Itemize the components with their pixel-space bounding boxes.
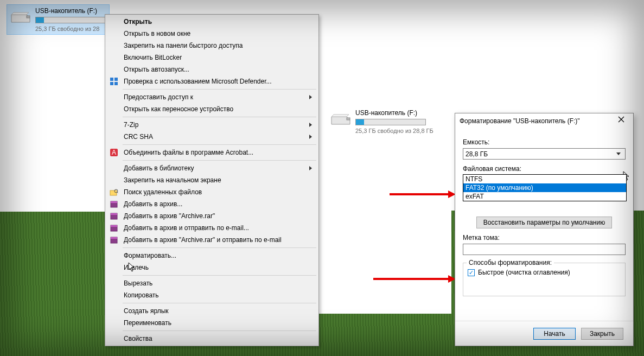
ctx-crc-sha[interactable]: CRC SHA [106, 131, 317, 143]
ctx-cut[interactable]: Вырезать [106, 277, 317, 289]
svg-rect-16 [111, 201, 117, 203]
ctx-label: Создать ярлык [124, 307, 169, 315]
drive-text: USB-накопитель (F:) 25,3 ГБ свободно из … [35, 7, 106, 32]
ctx-label: Закрепить на начальном экране [124, 176, 221, 184]
format-methods-group: Способы форматирования: ✓ Быстрое (очист… [463, 263, 626, 296]
ctx-label: 7-Zip [124, 121, 138, 129]
filesystem-label: Файловая система: [463, 165, 626, 173]
ctx-add-to-archive-rar[interactable]: Добавить в архив "Archive.rar" [106, 210, 317, 222]
dialog-titlebar: Форматирование "USB-накопитель (F:)" [455, 113, 633, 129]
ctx-archive-rar-email[interactable]: Добавить в архив "Archive.rar" и отправи… [106, 234, 317, 246]
close-button[interactable] [614, 115, 629, 127]
ctx-bitlocker[interactable]: Включить BitLocker [106, 52, 317, 63]
usb-drive-icon [10, 8, 31, 23]
ctx-open[interactable]: Открыть [106, 16, 317, 28]
svg-rect-7 [114, 78, 118, 81]
ctx-label: Объединить файлы в программе Acrobat... [124, 149, 253, 156]
button-label: Начать [544, 330, 565, 338]
close-dialog-button[interactable]: Закрыть [581, 328, 623, 340]
ctx-label: Копировать [124, 291, 159, 299]
quick-format-row[interactable]: ✓ Быстрое (очистка оглавления) [468, 269, 621, 276]
ctx-separator [123, 144, 316, 145]
restore-defaults-button[interactable]: Восстановить параметры по умолчанию [476, 217, 612, 228]
ctx-rename[interactable]: Переименовать [106, 317, 317, 329]
fs-option-ntfs[interactable]: NTFS [463, 175, 626, 183]
format-methods-label: Способы форматирования: [467, 259, 554, 266]
ctx-create-shortcut[interactable]: Создать ярлык [106, 305, 317, 317]
ctx-open-autoplay[interactable]: Открыть автозапуск... [106, 63, 317, 75]
svg-rect-20 [111, 225, 117, 227]
drive-capacity-fill [36, 17, 44, 23]
ctx-pin-quick-access[interactable]: Закрепить на панели быстрого доступа [106, 40, 317, 52]
dialog-body: Емкость: 28,8 ГБ Файловая система: FAT32… [455, 129, 633, 301]
svg-rect-5 [347, 118, 350, 120]
ctx-copy[interactable]: Копировать [106, 289, 317, 301]
fs-option-fat32[interactable]: FAT32 (по умолчанию) [463, 183, 626, 192]
ctx-open-portable[interactable]: Открыть как переносное устройство [106, 103, 317, 115]
ctx-label: Вырезать [124, 279, 152, 287]
ctx-label: Поиск удаленных файлов [124, 188, 202, 196]
button-label: Восстановить параметры по умолчанию [483, 219, 605, 226]
ctx-separator [123, 117, 316, 117]
ctx-search-deleted[interactable]: Поиск удаленных файлов [106, 186, 317, 198]
drive-text: USB-накопитель (F:) 25,3 ГБ свободно из … [355, 109, 433, 134]
ctx-label: Форматировать... [124, 252, 176, 259]
capacity-select[interactable]: 28,8 ГБ [463, 148, 626, 160]
quick-format-label: Быстрое (очистка оглавления) [478, 269, 570, 276]
ctx-eject[interactable]: Извлечь [106, 262, 317, 274]
button-label: Закрыть [590, 330, 615, 338]
defender-icon [110, 77, 118, 86]
volume-label-input[interactable] [463, 244, 626, 255]
ctx-properties[interactable]: Свойства [106, 333, 317, 345]
ctx-acrobat-combine[interactable]: A Объединить файлы в программе Acrobat..… [106, 147, 317, 158]
annotation-arrow-1 [390, 192, 456, 197]
drive-free-text: 25,3 ГБ свободно из 28 [35, 26, 106, 32]
ctx-separator [123, 330, 316, 331]
ctx-add-to-archive[interactable]: Добавить в архив... [106, 198, 317, 210]
drive-capacity-bar [355, 119, 426, 125]
fs-option-exfat[interactable]: exFAT [463, 192, 626, 201]
drive-item-selected[interactable]: USB-накопитель (F:) 25,3 ГБ свободно из … [7, 4, 110, 35]
drive-name: USB-накопитель (F:) [355, 109, 433, 117]
ctx-defender-scan[interactable]: Проверка с использованием Microsoft Defe… [106, 75, 317, 87]
svg-rect-2 [27, 16, 30, 18]
ctx-pin-start[interactable]: Закрепить на начальном экране [106, 174, 317, 186]
ctx-7zip[interactable]: 7-Zip [106, 119, 317, 131]
format-dialog: Форматирование "USB-накопитель (F:)" Емк… [455, 113, 634, 346]
svg-rect-6 [110, 78, 113, 81]
drive-capacity-bar [35, 17, 106, 23]
svg-marker-1 [11, 12, 29, 15]
fs-option-label: exFAT [466, 193, 484, 200]
ctx-archive-email[interactable]: Добавить в архив и отправить по e-mail..… [106, 222, 317, 234]
ctx-label: Закрепить на панели быстрого доступа [124, 42, 243, 49]
ctx-format[interactable]: Форматировать... [106, 250, 317, 262]
winrar-icon [110, 200, 118, 208]
start-button[interactable]: Начать [533, 328, 576, 340]
ctx-separator [123, 303, 316, 303]
chevron-right-icon [309, 95, 312, 99]
ctx-label: Извлечь [124, 264, 149, 271]
annotation-arrow-2 [373, 276, 456, 282]
search-folder-icon [110, 188, 118, 196]
ctx-label: Открыть как переносное устройство [124, 105, 233, 113]
quick-format-checkbox[interactable]: ✓ [468, 269, 475, 276]
ctx-label: Добавить в архив и отправить по e-mail..… [124, 224, 249, 232]
winrar-icon [110, 212, 118, 220]
fs-option-label: NTFS [466, 175, 482, 183]
dialog-footer: Начать Закрыть [455, 321, 633, 346]
svg-rect-8 [110, 82, 113, 85]
usb-drive-icon [330, 110, 351, 125]
drive-capacity-fill [356, 119, 364, 125]
svg-rect-9 [114, 82, 118, 85]
ctx-give-access[interactable]: Предоставить доступ к [106, 91, 317, 103]
ctx-open-new-window[interactable]: Открыть в новом окне [106, 28, 317, 40]
ctx-label: Добавить в архив "Archive.rar" [124, 212, 215, 220]
svg-rect-18 [111, 213, 117, 215]
dialog-title: Форматирование "USB-накопитель (F:)" [460, 117, 580, 125]
drive-item-plain[interactable]: USB-накопитель (F:) 25,3 ГБ свободно из … [327, 107, 447, 136]
chevron-right-icon [309, 166, 312, 170]
filesystem-dropdown: NTFS FAT32 (по умолчанию) exFAT [463, 174, 627, 201]
ctx-separator [123, 160, 316, 161]
ctx-add-to-library[interactable]: Добавить в библиотеку [106, 162, 317, 174]
ctx-label: CRC SHA [124, 133, 153, 141]
